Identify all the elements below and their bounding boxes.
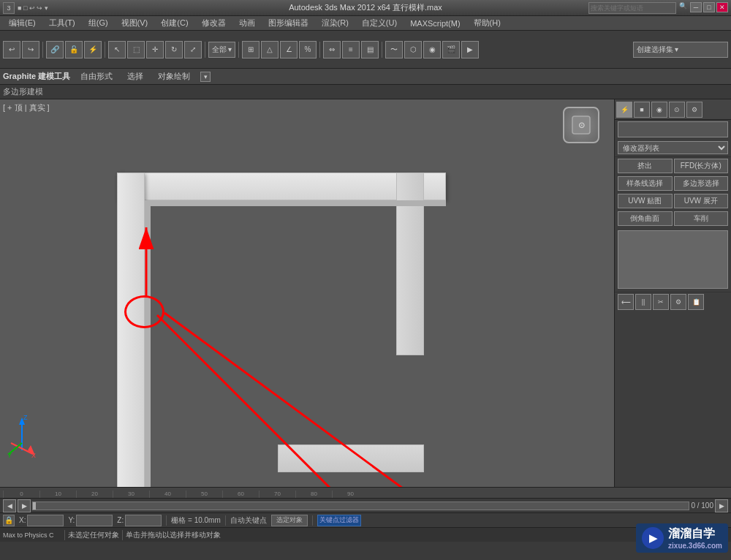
undo-button[interactable]: ↩ [3,41,20,58]
layer-button[interactable]: ▤ [361,41,379,58]
move-button[interactable]: ✛ [146,41,164,58]
tick-80: 80 [295,491,332,498]
bind-button[interactable]: ⚡ [84,41,102,58]
redo-button[interactable]: ↪ [22,41,39,58]
menu-graph-editor[interactable]: 图形编辑器 [262,16,314,30]
menu-customize[interactable]: 自定义(U) [356,16,403,30]
snap2d-button[interactable]: ⊞ [242,41,260,58]
y-input[interactable] [76,515,113,526]
rotate-button[interactable]: ↻ [165,41,183,58]
mirror-button[interactable]: ⇔ [323,41,341,58]
axis-indicator: Z X Y [7,414,37,458]
modifier-search-input[interactable] [618,121,728,137]
menu-render[interactable]: 渲染(R) [316,16,355,30]
y-label: Y: [68,516,75,524]
menu-create[interactable]: 创建(C) [155,16,194,30]
percent-snap-button[interactable]: % [299,41,317,58]
watermark: ▶ 溜溜自学 zixue.3d66.com [636,523,728,553]
plugin-text: Max to Physics C [3,531,54,539]
graphite-paint-deform[interactable]: 对象绘制 [154,69,194,83]
menu-view[interactable]: 视图(V) [115,16,154,30]
rp-icon-btn-4[interactable]: ⊙ [669,102,685,118]
tick-10: 10 [39,491,76,498]
menu-edit[interactable]: 编辑(E) [3,16,42,30]
select-region-button[interactable]: ⬚ [127,41,145,58]
all-dropdown[interactable]: 全部 ▾ [208,42,235,58]
render-setup-button[interactable]: 🎬 [442,41,460,58]
menu-modifier[interactable]: 修改器 [196,16,232,30]
material-editor-button[interactable]: ◉ [423,41,441,58]
menu-animation[interactable]: 动画 [233,16,261,30]
menu-group[interactable]: 组(G) [83,16,114,30]
settings-button[interactable]: ⚙ [670,294,686,310]
filter-button[interactable]: 关键点过滤器 [317,515,361,526]
ffd-button[interactable]: FFD(长方体) [674,159,729,173]
pin-stack-button[interactable]: ⟵ [618,294,634,310]
uvw-unwrap-button[interactable]: UVW 展开 [674,194,729,208]
angle-snap-button[interactable]: ∠ [280,41,298,58]
poly-select-button[interactable]: 多边形选择 [674,176,729,191]
schematic-button[interactable]: ⬡ [404,41,422,58]
frame-counter: 0 / 100 [691,502,713,510]
align-button[interactable]: ≡ [342,41,360,58]
unlink-button[interactable]: 🔓 [65,41,83,58]
render-button[interactable]: ▶ [461,41,479,58]
modifier-list-dropdown[interactable]: 修改器列表 [618,141,728,154]
cut-button[interactable]: ✂ [653,294,669,310]
maximize-button[interactable]: □ [703,2,715,12]
rp-icon-btn-5[interactable]: ⚙ [686,102,702,118]
menu-tools[interactable]: 工具(T) [43,16,81,30]
link-button[interactable]: 🔗 [46,41,64,58]
extrude-button[interactable]: 挤出 [618,159,673,173]
copy-paste-button[interactable]: 📋 [688,294,704,310]
rp-top-toolbar: ⚡ ■ ◉ ⊙ ⚙ [615,99,731,120]
prev-frame-button[interactable]: ◀ [3,499,16,512]
title-text: Autodesk 3ds Max 2012 x64 直行模样.max [289,2,442,13]
graphite-label: Graphite 建模工具 [3,71,70,82]
graphite-menu-dot[interactable]: ▾ [200,72,211,82]
title-left: 3 ■ □ ↩ ↪ ▾ [3,2,48,14]
auto-key-button[interactable]: 选定对象 [271,515,308,526]
tick-90: 90 [332,491,368,498]
menu-maxscript[interactable]: MAXScript(M) [404,18,466,29]
minimize-button[interactable]: ─ [690,2,702,12]
filter-label: 关键点过滤器 [319,515,359,525]
keyframe-label: 自动关键点 [230,515,267,526]
scale-button[interactable]: ⤢ [184,41,202,58]
menu-help[interactable]: 帮助(H) [468,16,507,30]
play-button[interactable]: ▶ [715,499,728,512]
rp-icon-btn-1[interactable]: ⚡ [616,102,632,118]
uvw-map-button[interactable]: UVW 贴图 [618,194,673,208]
tick-30: 30 [113,491,149,498]
z-label: Z: [117,516,124,524]
rp-icon-btn-3[interactable]: ◉ [651,102,667,118]
rp-bottom-icons: ⟵ || ✂ ⚙ 📋 [615,292,731,311]
search-input[interactable] [588,2,676,14]
sep5 [319,42,320,58]
curve-editor-button[interactable]: 〜 [385,41,403,58]
x-input[interactable] [27,515,64,526]
next-frame-button[interactable]: ▶ [18,499,31,512]
z-input[interactable] [125,515,162,526]
navigation-cube[interactable]: ⊙ [563,107,599,143]
show-stack-button[interactable]: || [635,294,651,310]
status-help: 单击并拖动以选择并移动对象 [126,530,221,540]
snap3d-button[interactable]: △ [261,41,279,58]
rp-icon-btn-2[interactable]: ■ [634,102,650,118]
select-button[interactable]: ↖ [108,41,126,58]
spline-select-button[interactable]: 样条线选择 [618,176,673,191]
svg-text:⊙: ⊙ [578,121,585,129]
selection-set-label: 创建选择集 [637,45,673,55]
status-bar: Max to Physics C 未选定任何对象 单击并拖动以选择并移动对象 ⚙… [0,527,731,542]
close-button[interactable]: ✕ [716,2,728,12]
timeline-track[interactable] [32,502,689,510]
lock-icon[interactable]: 🔒 [3,515,15,526]
timeline-controls: ◀ ▶ [3,499,31,512]
viewport[interactable]: [ + 顶 | 真实 ] ⊙ [0,99,614,487]
bevel-surface-button[interactable]: 倒角曲面 [618,211,673,226]
graphite-select[interactable]: 选择 [123,69,148,83]
selection-set-dropdown[interactable]: 创建选择集 ▾ [633,42,728,58]
selection-set-arrow-icon: ▾ [675,45,678,53]
lathe-button[interactable]: 车削 [674,211,729,226]
graphite-freeform[interactable]: 自由形式 [76,69,117,83]
